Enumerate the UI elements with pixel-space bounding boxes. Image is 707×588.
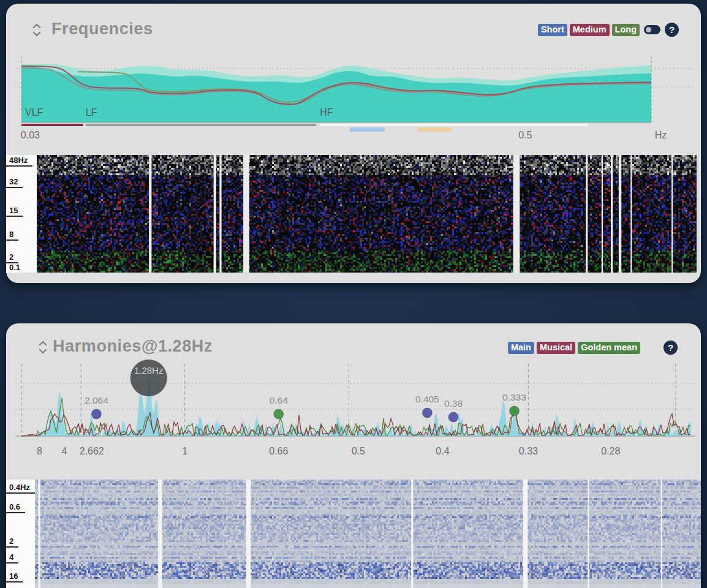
band-label-hf: HF [320,107,333,118]
range-bar-hf [320,124,588,126]
legend-short[interactable]: Short [538,24,567,36]
frequencies-legend: ShortMediumLong ? [538,23,679,37]
collapse-expand-icon[interactable] [38,339,48,355]
range-bar-lf [86,124,316,126]
harmonies-chart[interactable]: 1.28Hz2.0640.640.4050.380.333 [15,359,695,458]
x-tick-0.5: 0.5 [518,130,532,141]
x-tick-0.28: 0.28 [601,446,620,457]
collapse-expand-icon[interactable] [32,22,42,38]
frequencies-legend-badges: ShortMediumLong [538,24,640,36]
x-tick-0.5: 0.5 [352,446,365,457]
y-tick-0.6: 0.6 [6,502,25,513]
band-label-lf: LF [86,107,97,118]
selected-peak-label: 1.28Hz [134,365,164,375]
x-tick-0.33: 0.33 [519,446,538,457]
peak-marker-0.405[interactable] [422,408,432,418]
y-tick-0.4Hz: 0.4Hz [6,483,35,494]
frequencies-help-button[interactable]: ? [665,23,679,37]
panel-title-frequencies: Frequencies [51,20,153,39]
frequencies-spectrogram-y-axis: 48Hz3215820.1 [6,155,37,273]
frequencies-panel: Frequencies ShortMediumLong ? VLFLFHF 0.… [6,4,701,283]
peak-label-0.333: 0.333 [502,392,526,402]
panel-title-harmonies: Harmonies@1.28Hz [53,337,213,356]
y-tick-15: 15 [6,206,23,217]
x-tick-4: 4 [61,446,67,457]
peak-marker-2.064[interactable] [91,409,101,419]
peak-marker-0.333[interactable] [509,406,519,416]
updown-chevrons-icon [32,22,42,38]
updown-chevrons-icon [38,339,48,355]
peak-label-0.38: 0.38 [444,398,463,409]
x-tick-2.662: 2.662 [80,446,104,457]
y-tick-2: 2 [6,252,18,263]
x-tick-0.4: 0.4 [436,446,449,457]
harmonies-legend-badges: MainMusicalGolden mean [508,342,640,354]
band-label-vlf: VLF [25,107,43,118]
y-tick-8: 8 [6,230,18,241]
harmonies-spectrogram [35,480,701,588]
harmonies-help-button[interactable]: ? [664,341,678,355]
peak-label-0.64: 0.64 [270,395,289,405]
y-tick-48Hz: 48Hz [6,156,32,167]
legend-musical[interactable]: Musical [537,342,575,354]
x-tick-0.03: 0.03 [21,130,40,141]
y-tick-2: 2 [6,537,18,548]
legend-golden-mean[interactable]: Golden mean [578,342,640,354]
legend-medium[interactable]: Medium [570,24,610,36]
harmonies-x-axis: 842.66210.660.50.40.330.28 [15,446,695,459]
harmonies-panel: Harmonies@1.28Hz MainMusicalGolden mean … [6,323,701,588]
harmonies-spectrogram-y-axis: 0.4Hz0.62416 [6,480,35,588]
frequencies-spectrogram [37,155,697,273]
y-tick-0.1: 0.1 [6,263,25,273]
peak-marker-0.38[interactable] [448,412,458,422]
legend-long[interactable]: Long [612,24,640,36]
y-tick-4: 4 [6,552,18,564]
y-tick-16: 16 [6,571,23,582]
harmonies-legend: MainMusicalGolden mean ? [508,341,678,355]
range-bar-vlf [21,124,83,126]
y-tick-32: 32 [6,177,23,188]
peak-marker-0.64[interactable] [274,409,284,419]
x-tick-1: 1 [182,446,187,457]
mini-toggle[interactable] [644,25,660,34]
peak-label-2.064: 2.064 [85,395,108,405]
legend-main[interactable]: Main [508,342,534,354]
peak-label-0.405: 0.405 [415,394,439,404]
x-tick-8: 8 [37,446,42,457]
x-tick-Hz: Hz [655,130,667,141]
x-tick-0.66: 0.66 [269,446,288,457]
frequencies-chart[interactable]: VLFLFHF [15,55,695,132]
frequencies-x-axis: 0.030.5Hz [15,130,695,143]
